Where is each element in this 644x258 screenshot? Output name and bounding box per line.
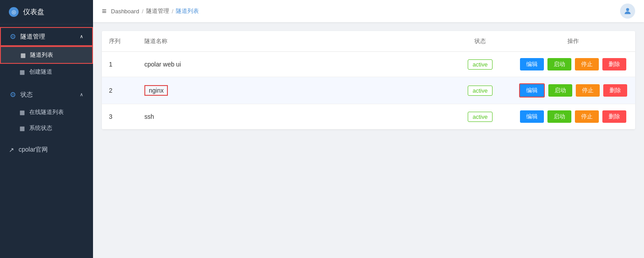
content-area: 序列 隧道名称 状态 操作 1cpolar web uiactive编辑启动停止… (93, 22, 644, 258)
svg-point-0 (626, 8, 629, 11)
cell-actions: 编辑启动停止删除 (511, 104, 635, 129)
cell-index: 1 (102, 52, 137, 77)
table-header-row: 序列 隧道名称 状态 操作 (102, 31, 635, 52)
sidebar-logo[interactable]: ◎ 仪表盘 (0, 0, 93, 24)
external-link-icon: ↗ (9, 146, 14, 153)
stop-button[interactable]: 停止 (575, 58, 599, 70)
tunnel-mgmt-icon: ⚙ (10, 32, 16, 41)
create-tunnel-icon: ▦ (19, 69, 25, 75)
sidebar-logo-label: 仪表盘 (23, 8, 44, 17)
cell-tunnel-name: ssh (137, 104, 449, 129)
delete-button[interactable]: 删除 (602, 110, 626, 123)
topbar-left: ≡ Dashboard / 隧道管理 / 隧道列表 (102, 7, 199, 16)
edit-button[interactable]: 编辑 (519, 83, 545, 98)
sidebar-group-tunnel-mgmt: ⚙ 隧道管理 ∧ ▦ 隧道列表 ▦ 创建隧道 (0, 24, 93, 82)
topbar: ≡ Dashboard / 隧道管理 / 隧道列表 (93, 0, 644, 22)
edit-button[interactable]: 编辑 (520, 110, 544, 123)
sidebar-group-status: ⚙ 状态 ∧ ▦ 在线隧道列表 ▦ 系统状态 (0, 82, 93, 139)
stop-button[interactable]: 停止 (575, 110, 599, 123)
breadcrumb-sep-2: / (172, 8, 174, 15)
table-row: 3sshactive编辑启动停止删除 (102, 104, 635, 129)
start-button[interactable]: 启动 (547, 110, 571, 123)
sidebar-item-system-status[interactable]: ▦ 系统状态 (0, 120, 93, 136)
table-row: 1cpolar web uiactive编辑启动停止删除 (102, 52, 635, 77)
cell-status: active (449, 104, 511, 129)
table-row: 2nginxactive编辑启动停止删除 (102, 77, 635, 104)
main-content: ≡ Dashboard / 隧道管理 / 隧道列表 序列 隧道名称 状态 (93, 0, 644, 258)
sidebar-bottom: ↗ cpolar官网 (0, 139, 93, 161)
chevron-up-icon: ∧ (80, 34, 83, 39)
online-tunnel-icon: ▦ (19, 109, 25, 116)
cell-status: active (449, 52, 511, 77)
sidebar-item-label-tunnel-list: 隧道列表 (30, 51, 53, 59)
status-icon: ⚙ (10, 90, 16, 99)
start-button[interactable]: 启动 (548, 84, 572, 97)
dashboard-icon: ◎ (9, 7, 19, 17)
sidebar-group-header-status[interactable]: ⚙ 状态 ∧ (0, 85, 93, 104)
status-badge: active (468, 59, 493, 70)
breadcrumb-tunnel-mgmt[interactable]: 隧道管理 (146, 7, 169, 15)
sidebar-group-label-tunnel: 隧道管理 (20, 33, 45, 41)
breadcrumb-tunnel-list: 隧道列表 (176, 7, 199, 15)
cell-actions: 编辑启动停止删除 (511, 52, 635, 77)
cell-tunnel-name: cpolar web ui (137, 52, 449, 77)
sidebar-group-label-status: 状态 (20, 91, 33, 99)
stop-button[interactable]: 停止 (576, 84, 600, 97)
col-header-index: 序列 (102, 31, 137, 52)
edit-button[interactable]: 编辑 (520, 58, 544, 70)
tunnel-table: 序列 隧道名称 状态 操作 1cpolar web uiactive编辑启动停止… (102, 31, 635, 129)
sidebar-item-online-tunnel[interactable]: ▦ 在线隧道列表 (0, 104, 93, 120)
sidebar-item-tunnel-list[interactable]: ▦ 隧道列表 (0, 46, 93, 64)
chevron-up-icon-status: ∧ (80, 92, 83, 98)
cell-index: 3 (102, 104, 137, 129)
col-header-status: 状态 (449, 31, 511, 52)
cell-status: active (449, 77, 511, 104)
breadcrumb-dashboard[interactable]: Dashboard (111, 8, 140, 15)
breadcrumb: Dashboard / 隧道管理 / 隧道列表 (111, 7, 199, 15)
sidebar-item-create-tunnel[interactable]: ▦ 创建隧道 (0, 64, 93, 80)
hamburger-icon[interactable]: ≡ (102, 7, 107, 16)
status-badge: active (468, 112, 493, 122)
sidebar-item-cpolar-website[interactable]: ↗ cpolar官网 (0, 141, 93, 158)
user-avatar[interactable] (620, 4, 635, 19)
cell-actions: 编辑启动停止删除 (511, 77, 635, 104)
sidebar-item-label-system-status: 系统状态 (29, 124, 52, 132)
start-button[interactable]: 启动 (547, 58, 571, 70)
col-header-actions: 操作 (511, 31, 635, 52)
tunnel-list-icon: ▦ (20, 52, 26, 59)
cell-tunnel-name: nginx (137, 77, 449, 104)
delete-button[interactable]: 删除 (603, 84, 627, 97)
sidebar-item-label-create-tunnel: 创建隧道 (29, 68, 52, 76)
status-badge: active (468, 86, 493, 96)
sidebar-item-label-online-tunnel: 在线隧道列表 (29, 108, 64, 116)
tunnel-table-card: 序列 隧道名称 状态 操作 1cpolar web uiactive编辑启动停止… (102, 31, 635, 129)
sidebar-item-label-cpolar: cpolar官网 (19, 146, 48, 154)
system-status-icon: ▦ (19, 125, 25, 132)
breadcrumb-sep-1: / (142, 8, 144, 15)
sidebar-group-header-tunnel[interactable]: ⚙ 隧道管理 ∧ (0, 27, 93, 46)
delete-button[interactable]: 删除 (602, 58, 626, 70)
col-header-name: 隧道名称 (137, 31, 449, 52)
sidebar: ◎ 仪表盘 ⚙ 隧道管理 ∧ ▦ 隧道列表 ▦ 创建隧道 ⚙ 状态 ∧ ▦ 在线… (0, 0, 93, 258)
cell-index: 2 (102, 77, 137, 104)
